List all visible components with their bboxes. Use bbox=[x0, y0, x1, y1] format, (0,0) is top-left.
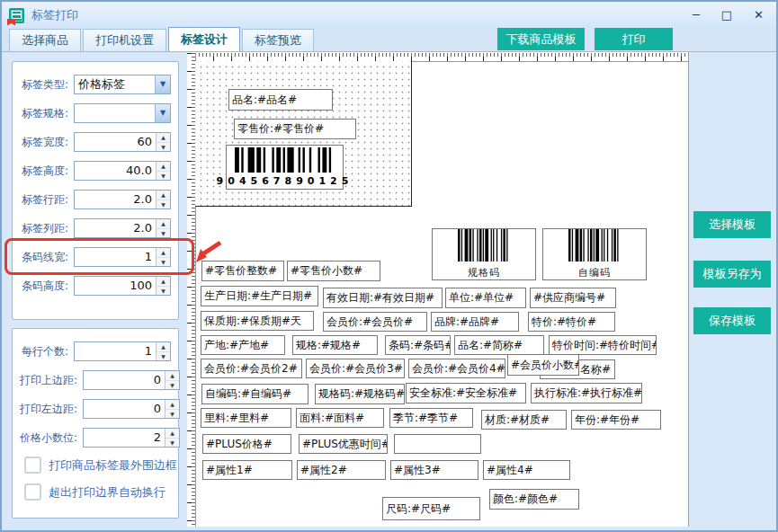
design-field-box[interactable]: 条码:#条码# bbox=[385, 335, 451, 355]
design-field-box[interactable]: #PLUS优惠时间# bbox=[299, 434, 388, 454]
design-field-box[interactable]: 会员价:#会员价# bbox=[323, 312, 427, 332]
design-field-box[interactable]: 产地:#产地# bbox=[201, 335, 285, 355]
design-field-box[interactable]: 生产日期:#生产日期# bbox=[201, 286, 318, 306]
design-field-box[interactable]: 规格码:#规格码# bbox=[315, 384, 405, 404]
spin-down-icon[interactable]: ▼ bbox=[156, 352, 170, 361]
design-field-box[interactable]: 特价:#特价# bbox=[528, 312, 615, 332]
template-button-2[interactable]: 模板另存为 bbox=[693, 261, 771, 288]
spin-up-icon[interactable]: ▲ bbox=[165, 371, 179, 381]
spin-down-icon[interactable]: ▼ bbox=[165, 439, 179, 448]
spinner-field[interactable]: 100▲▼ bbox=[74, 276, 171, 296]
design-field-box[interactable]: #属性4# bbox=[483, 460, 570, 480]
design-field-box[interactable]: #属性2# bbox=[297, 460, 386, 480]
design-field-box[interactable]: 规格:#规格# bbox=[292, 335, 378, 355]
design-field-box[interactable]: 季节:#季节# bbox=[389, 408, 473, 428]
design-field-box[interactable]: 尺码:#尺码# bbox=[382, 497, 480, 520]
maximize-button[interactable]: □ bbox=[721, 7, 732, 23]
design-field-box[interactable]: 自编码:#自编码# bbox=[201, 384, 309, 404]
minimize-button[interactable]: ─ bbox=[693, 7, 700, 23]
spinner-field[interactable]: 1▲▼ bbox=[74, 341, 171, 361]
tab-3[interactable]: 标签设计 bbox=[168, 27, 240, 51]
spinner-value: 60 bbox=[75, 133, 156, 151]
spinner-field[interactable]: 60▲▼ bbox=[74, 132, 171, 152]
spinner-field[interactable]: 0▲▼ bbox=[83, 399, 180, 419]
spin-up-icon[interactable]: ▲ bbox=[156, 191, 170, 200]
tab-2[interactable]: 打印机设置 bbox=[83, 29, 166, 51]
template-button-3[interactable]: 保存模板 bbox=[693, 307, 771, 334]
design-field-box[interactable]: 品名:#简称# bbox=[454, 335, 544, 355]
design-field-box[interactable]: #属性3# bbox=[390, 460, 478, 480]
design-field-box[interactable]: #属性1# bbox=[202, 460, 292, 480]
field-row: 标签高度:40.0▲▼ bbox=[20, 161, 171, 181]
design-field-box[interactable]: 安全标准:#安全标准# bbox=[406, 383, 526, 403]
spin-up-icon[interactable]: ▲ bbox=[156, 133, 170, 143]
design-barcode-box[interactable]: 自编码 bbox=[542, 228, 647, 280]
design-field-box[interactable]: 会员价:#会员价3# bbox=[306, 359, 405, 378]
design-field-box[interactable]: 年份:#年份# bbox=[571, 410, 661, 430]
spinner-field[interactable]: 1▲▼ bbox=[74, 247, 171, 267]
spinner-buttons: ▲▼ bbox=[156, 133, 170, 151]
design-field-box[interactable]: #PLUS价格# bbox=[202, 434, 291, 454]
spin-down-icon[interactable]: ▼ bbox=[156, 229, 170, 238]
design-field-box[interactable]: 会员价:#会员价2# bbox=[201, 359, 302, 378]
print-button[interactable]: 打印 bbox=[595, 28, 673, 50]
design-field-box[interactable]: 品牌:#品牌# bbox=[431, 312, 519, 332]
field-row: 标签类型:价格标签▼ bbox=[20, 75, 171, 94]
preview-field-box[interactable]: 品名:#品名# bbox=[228, 89, 333, 111]
combo-field[interactable]: 价格标签▼ bbox=[74, 75, 171, 94]
checkbox[interactable] bbox=[24, 483, 41, 501]
close-button[interactable]: ✕ bbox=[754, 7, 764, 23]
spin-up-icon[interactable]: ▲ bbox=[156, 342, 170, 352]
spinner-field[interactable]: 2▲▼ bbox=[83, 428, 180, 448]
design-field-box[interactable]: 会员价:#会员价4# bbox=[408, 359, 505, 378]
spinner-buttons: ▲▼ bbox=[156, 219, 170, 237]
checkbox[interactable] bbox=[24, 457, 41, 474]
preview-field-box[interactable]: 零售价:#零售价# bbox=[234, 119, 356, 139]
tab-1[interactable]: 选择商品 bbox=[9, 29, 81, 51]
design-field-box[interactable]: 单位:#单位# bbox=[445, 288, 526, 308]
design-field-box[interactable]: 有效日期:#有效日期# bbox=[323, 288, 443, 308]
design-field-box[interactable]: #零售价整数# bbox=[201, 261, 284, 281]
checkbox-row[interactable]: 打印商品标签最外围边框 bbox=[24, 457, 178, 474]
spin-up-icon[interactable]: ▲ bbox=[156, 277, 170, 287]
barcode-bars-icon bbox=[568, 229, 621, 265]
combo-field[interactable]: ▼ bbox=[74, 103, 171, 123]
design-field-box[interactable]: 保质期:#保质期#天 bbox=[201, 311, 314, 331]
spin-down-icon[interactable]: ▼ bbox=[165, 381, 179, 390]
spin-down-icon[interactable]: ▼ bbox=[156, 200, 170, 209]
spinner-field[interactable]: 2.0▲▼ bbox=[74, 190, 171, 209]
tab-4[interactable]: 标签预览 bbox=[242, 29, 314, 51]
preview-barcode[interactable]: 904567890125 bbox=[226, 145, 344, 190]
spin-up-icon[interactable]: ▲ bbox=[165, 400, 179, 410]
template-button-1[interactable]: 选择模板 bbox=[693, 211, 771, 238]
spin-down-icon[interactable]: ▼ bbox=[165, 410, 179, 419]
spin-down-icon[interactable]: ▼ bbox=[156, 287, 170, 296]
design-field-box[interactable]: #会员价小数# bbox=[507, 354, 579, 376]
field-label: 价格小数位: bbox=[20, 430, 77, 446]
design-field-box[interactable]: 材质:#材质# bbox=[481, 410, 567, 430]
spin-up-icon[interactable]: ▲ bbox=[156, 162, 170, 172]
field-row: 每行个数:1▲▼ bbox=[20, 341, 171, 361]
spin-up-icon[interactable]: ▲ bbox=[156, 248, 170, 258]
spin-up-icon[interactable]: ▲ bbox=[165, 429, 179, 439]
chevron-down-icon[interactable]: ▼ bbox=[155, 104, 170, 122]
spinner-field[interactable]: 0▲▼ bbox=[83, 370, 180, 390]
spinner-field[interactable]: 40.0▲▼ bbox=[74, 161, 171, 181]
design-field-box[interactable] bbox=[394, 434, 481, 454]
spin-down-icon[interactable]: ▼ bbox=[156, 143, 170, 152]
design-field-box[interactable]: 执行标准:#执行标准# bbox=[531, 383, 642, 403]
design-field-box[interactable]: 颜色:#颜色# bbox=[489, 489, 579, 510]
design-barcode-box[interactable]: 规格码 bbox=[432, 228, 536, 280]
checkbox-row[interactable]: 超出打印边界自动换行 bbox=[24, 483, 178, 501]
design-field-box[interactable]: 里料:#里料# bbox=[201, 408, 291, 428]
design-field-box[interactable]: 特价时间:#特价时间# bbox=[549, 335, 657, 355]
design-field-box[interactable]: #零售价小数# bbox=[287, 261, 380, 281]
spin-down-icon[interactable]: ▼ bbox=[156, 258, 170, 267]
spin-down-icon[interactable]: ▼ bbox=[156, 172, 170, 181]
spinner-field[interactable]: 2.0▲▼ bbox=[74, 218, 171, 238]
design-field-box[interactable]: 面料:#面料# bbox=[296, 408, 384, 428]
chevron-down-icon[interactable]: ▼ bbox=[155, 75, 170, 93]
design-field-box[interactable]: #供应商编号# bbox=[530, 288, 616, 308]
download-template-button[interactable]: 下载商品模板 bbox=[497, 28, 585, 50]
spin-up-icon[interactable]: ▲ bbox=[156, 219, 170, 229]
